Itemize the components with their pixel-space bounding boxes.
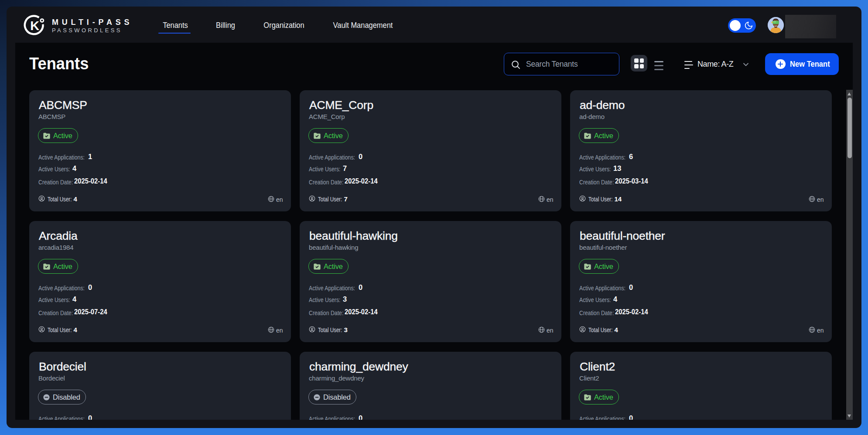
svg-text:K: K <box>30 19 39 33</box>
